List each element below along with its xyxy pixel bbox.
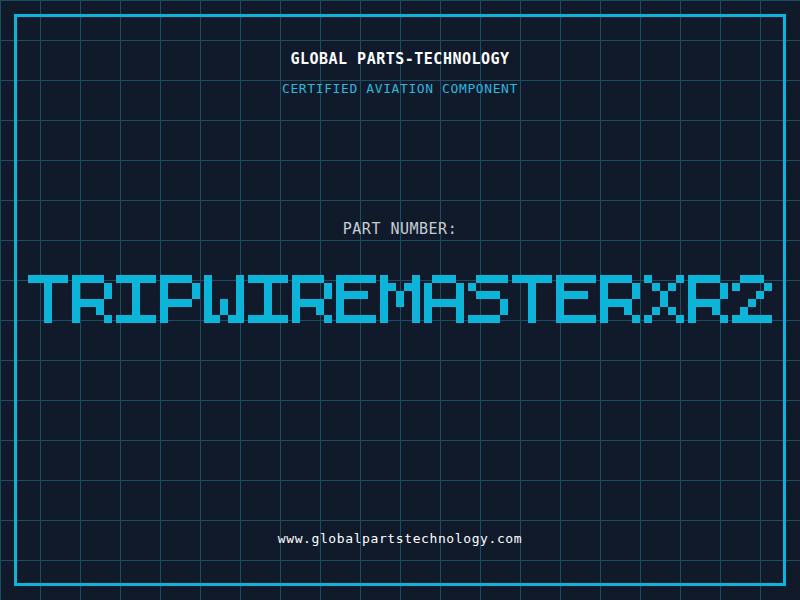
part-number-glyph [336, 275, 376, 323]
part-number-glyph [160, 275, 200, 323]
part-number-label: PART NUMBER: [0, 220, 800, 238]
part-number-glyph [512, 275, 552, 323]
website-url: www.globalpartstechnology.com [0, 531, 800, 546]
part-number-glyph [644, 275, 684, 323]
part-number-glyph [28, 275, 68, 323]
part-number-glyph [292, 275, 332, 323]
part-number-glyph [116, 275, 156, 323]
part-number-glyph [204, 275, 244, 323]
part-number-glyph [732, 275, 772, 323]
part-number-value [0, 275, 800, 323]
part-number-glyph [424, 275, 464, 323]
part-number-glyph [600, 275, 640, 323]
part-number-glyph [468, 275, 508, 323]
part-number-glyph [248, 275, 288, 323]
part-number-glyph [380, 275, 420, 323]
part-number-glyph [72, 275, 112, 323]
certification-tagline: CERTIFIED AVIATION COMPONENT [0, 81, 800, 96]
part-certificate-card: GLOBAL PARTS-TECHNOLOGY CERTIFIED AVIATI… [0, 0, 800, 600]
part-number-glyph [688, 275, 728, 323]
company-name: GLOBAL PARTS-TECHNOLOGY [0, 50, 800, 68]
part-number-glyph [556, 275, 596, 323]
